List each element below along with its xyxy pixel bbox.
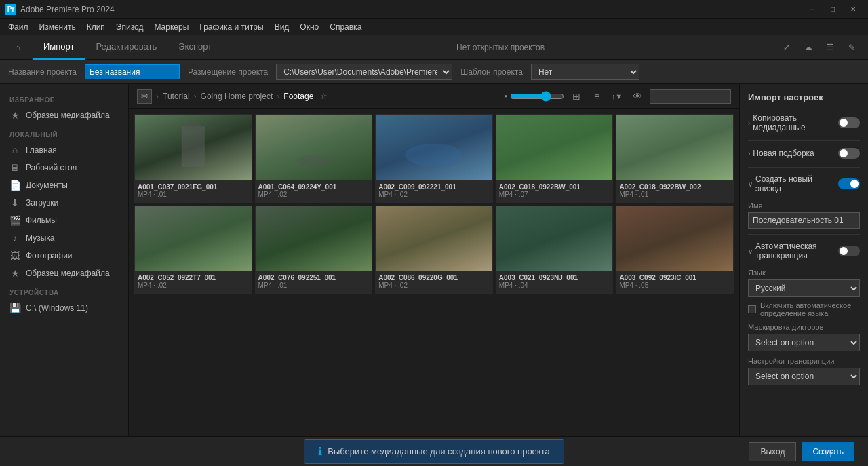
menu-markers[interactable]: Маркеры [149, 21, 194, 33]
sidebar-item-home[interactable]: ⌂ Главная [0, 141, 128, 159]
sequence-name-input[interactable] [748, 212, 860, 229]
copy-media-label: Копировать медиаданные [753, 113, 835, 132]
svg-rect-0 [182, 126, 205, 167]
sort-asc-button[interactable]: ↑▼ [609, 88, 625, 104]
menu-edit[interactable]: Изменить [34, 21, 81, 33]
media-item-3[interactable]: A002_C018_0922BW_001 MP4 · .07 [496, 114, 614, 203]
diction-label: Маркировка дикторов [748, 323, 860, 331]
list-view-button[interactable]: ≡ [589, 88, 605, 104]
media-item-5[interactable]: A002_C052_0922T7_001 MP4 · .02 [134, 206, 252, 294]
create-seq-chevron: ∨ [748, 180, 753, 188]
menu-clip[interactable]: Клип [81, 21, 111, 33]
media-meta-2: MP4 · .02 [378, 191, 490, 198]
auto-transcription-section: ∨ Автоматическая транскрипция Язык Русск… [748, 239, 860, 385]
copy-media-toggle[interactable] [838, 117, 860, 128]
project-template-select[interactable]: Нет [531, 64, 639, 80]
language-label: Язык [748, 269, 860, 277]
create-button[interactable]: Создать [802, 442, 854, 461]
search-input[interactable] [650, 89, 731, 104]
media-item-1[interactable]: A001_C064_09224Y_001 MP4 · .02 [255, 114, 373, 203]
thumb-svg-4 [616, 115, 733, 180]
exit-button[interactable]: Выход [749, 442, 796, 461]
breadcrumb-project[interactable]: Going Home project [201, 92, 273, 101]
tab-export[interactable]: Экспорт [167, 35, 222, 60]
media-item-7[interactable]: A002_C086_09220G_001 MP4 · .02 [375, 206, 493, 294]
nav-icon-4[interactable]: ✎ [844, 39, 860, 56]
menu-window[interactable]: Окно [294, 21, 324, 33]
new-bin-header: › Новая подборка [748, 145, 860, 161]
media-item-0[interactable]: A001_C037_0921FG_001 MP4 · .01 [134, 114, 252, 203]
new-bin-chevron: › [748, 150, 750, 157]
tab-edit[interactable]: Редактировать [85, 35, 167, 60]
language-select[interactable]: Русский [748, 279, 860, 297]
grid-view-button[interactable]: ⊞ [568, 88, 585, 104]
media-thumb-1 [256, 115, 372, 180]
sidebar-item-downloads[interactable]: ⬇ Загрузки [0, 194, 128, 212]
breadcrumb-star-icon[interactable]: ☆ [320, 92, 328, 101]
media-meta-4: MP4 · .01 [619, 191, 730, 198]
sidebar-item-desktop[interactable]: 🖥 Рабочий стол [0, 159, 128, 176]
menu-help[interactable]: Справка [324, 21, 367, 33]
zoom-slider[interactable] [510, 91, 564, 102]
thumb-svg-5 [135, 206, 252, 272]
thumb-svg-7 [376, 206, 492, 272]
media-item-8[interactable]: A003_C021_0923NJ_001 MP4 · .04 [496, 206, 614, 294]
media-info-3: A002_C018_0922BW_001 MP4 · .07 [496, 180, 613, 202]
sidebar-item-c-drive[interactable]: 💾 C:\ (Windows 11) [0, 299, 128, 317]
transcription-select[interactable]: Select on option [748, 368, 860, 385]
mail-icon-button[interactable]: ✉ [137, 89, 152, 104]
tab-import[interactable]: Импорт [33, 35, 85, 60]
media-item-2[interactable]: A002_C009_092221_001 MP4 · .02 [375, 114, 493, 203]
sidebar-section-devices: УСТРОЙСТВА [0, 282, 128, 299]
media-meta-6: MP4 · .01 [258, 281, 370, 289]
sidebar-item-sample-local[interactable]: ★ Образец медиафайла [0, 265, 128, 282]
sidebar-item-documents[interactable]: 📄 Документы [0, 176, 128, 194]
menu-view[interactable]: Вид [269, 21, 295, 33]
eye-button[interactable]: 👁 [629, 88, 646, 104]
menu-episode[interactable]: Эпизод [111, 21, 149, 33]
status-buttons: Выход Создать [749, 442, 854, 461]
menu-file[interactable]: Файл [3, 21, 34, 33]
sidebar-item-photos[interactable]: 🖼 Фотографии [0, 247, 128, 265]
close-button[interactable]: ✕ [844, 3, 863, 16]
maximize-button[interactable]: □ [823, 3, 842, 16]
new-bin-section: › Новая подборка [748, 145, 860, 161]
thumb-svg-9 [616, 206, 733, 272]
photos-icon: 🖼 [9, 250, 20, 261]
nav-icon-2[interactable]: ☁ [800, 39, 816, 56]
auto-detect-checkbox[interactable] [748, 305, 756, 313]
home-button[interactable]: ⌂ [8, 38, 27, 57]
sidebar-item-music[interactable]: ♪ Музыка [0, 229, 128, 247]
breadcrumb-tutorial[interactable]: Tutorial [163, 92, 190, 101]
media-item-4[interactable]: A002_C018_0922BW_002 MP4 · .01 [616, 114, 734, 203]
auto-trans-toggle[interactable] [838, 246, 860, 256]
media-name-3: A002_C018_0922BW_001 [499, 183, 610, 191]
toolbar-controls: ● ⊞ ≡ ↑▼ 👁 [504, 88, 731, 104]
auto-detect-row: Включить автоматическое определение язык… [748, 301, 860, 317]
transcription-settings-label: Настройки транскрипции [748, 357, 860, 365]
project-name-input[interactable] [85, 64, 180, 79]
media-name-4: A002_C018_0922BW_002 [619, 183, 730, 191]
sidebar-item-films[interactable]: 🎬 Фильмы [0, 212, 128, 229]
films-icon: 🎬 [9, 215, 20, 226]
nav-icon-3[interactable]: ☰ [822, 39, 838, 56]
media-item-9[interactable]: A003_C092_0923IC_001 MP4 · .05 [616, 206, 734, 294]
sidebar-item-sample-media[interactable]: ★ Образец медиафайла [0, 106, 128, 124]
media-name-9: A003_C092_0923IC_001 [619, 274, 730, 281]
new-bin-toggle[interactable] [838, 148, 860, 159]
media-info-6: A002_C076_092251_001 MP4 · .01 [256, 271, 372, 293]
minimize-button[interactable]: ─ [803, 3, 822, 16]
media-thumb-8 [496, 206, 613, 272]
create-seq-toggle[interactable] [838, 178, 860, 189]
media-item-6[interactable]: A002_C076_092251_001 MP4 · .01 [255, 206, 373, 294]
main-content: ИЗБРАННОЕ ★ Образец медиафайла ЛОКАЛЬНЫЙ… [0, 84, 868, 436]
auto-trans-chevron: ∨ [748, 248, 753, 255]
diction-select[interactable]: Select on option [748, 334, 860, 351]
menu-graphics[interactable]: Графика и титры [194, 21, 269, 33]
nav-icon-1[interactable]: ⤢ [778, 39, 795, 56]
sidebar-label-desktop: Рабочий стол [26, 163, 77, 172]
import-settings-panel: Импорт настроек › Копировать медиаданные… [739, 84, 868, 436]
drive-icon: 💾 [9, 303, 20, 313]
project-placement-select[interactable]: C:\Users\User\Documents\Adobe\Premiere P… [276, 64, 452, 80]
zoom-slider-container: ● [504, 91, 564, 102]
